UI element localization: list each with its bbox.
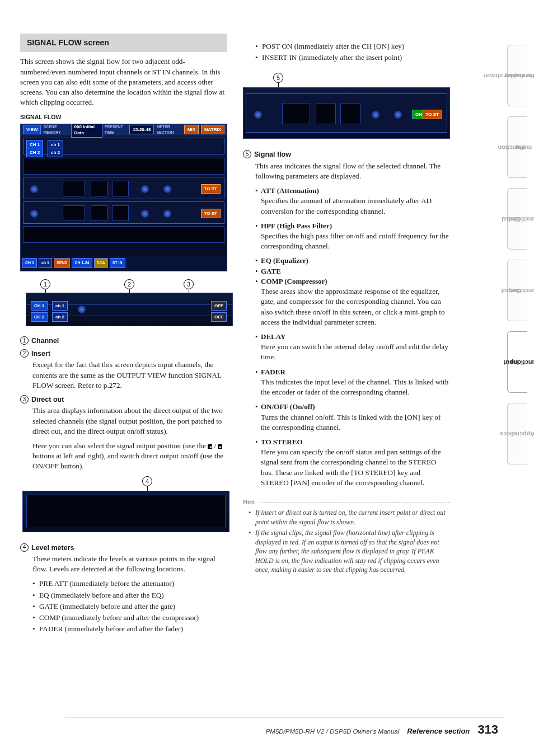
fig-time-label: PRESENT TIME bbox=[105, 124, 128, 135]
page-footer: PM5D/PM5D-RH V2 / DSP5D Owner's Manual R… bbox=[67, 722, 498, 737]
item-channel-label: Channel bbox=[31, 336, 59, 346]
page: SIGNAL FLOW screen This screen shows the… bbox=[0, 0, 534, 756]
tab-input[interactable]: Inputfunctions bbox=[507, 331, 527, 393]
lm-loc-3: COMP (immediately before and after the c… bbox=[32, 613, 227, 623]
item-direct-out-label: Direct out bbox=[31, 395, 64, 405]
param-fader-name: FADER bbox=[261, 368, 285, 376]
fig-scene-mem-label: SCENE MEMORY bbox=[43, 124, 68, 135]
callout-5: 5 bbox=[273, 73, 283, 83]
param-delay-body: Here you can switch the internal delay o… bbox=[255, 342, 450, 362]
strip-off-2: OFF bbox=[211, 312, 227, 322]
tab-info-l2: in the display bbox=[496, 72, 534, 79]
strip-ch2b: ch 2 bbox=[52, 312, 68, 322]
strip-ch1b: ch 1 bbox=[52, 301, 68, 311]
strip-off-1: OFF bbox=[211, 301, 227, 311]
fig-mix: MIX bbox=[184, 125, 199, 134]
item-level-meters-body: These meters indicate the levels at vari… bbox=[20, 554, 227, 574]
lm-loc-1: EQ (immediately before and after the EQ) bbox=[32, 590, 227, 600]
fig-bottom-stin: ST IN bbox=[110, 258, 125, 268]
param-onoff-name: ON/OFF (On/off) bbox=[261, 402, 315, 411]
param-fader: FADER This indicates the input level of … bbox=[243, 367, 450, 398]
bullet-num-3: 3 bbox=[20, 395, 29, 403]
fig-ch2b: ch 2 bbox=[48, 148, 63, 157]
bullet-num-5: 5 bbox=[243, 150, 251, 158]
strip-ch2: CH 2 bbox=[31, 312, 48, 322]
tab-output[interactable]: Outputfunctions bbox=[507, 260, 527, 321]
two-column-layout: SIGNAL FLOW screen This screen shows the… bbox=[20, 34, 514, 635]
tab-func-l2: menu bbox=[511, 144, 534, 151]
item-signal-flow-body: This area indicates the signal flow of t… bbox=[243, 161, 450, 181]
right-arrow-icon: ► bbox=[218, 444, 222, 449]
cont-loc-1: INSERT IN (immediately after the insert … bbox=[255, 53, 450, 63]
fig-bottom-send: SEND bbox=[54, 258, 70, 268]
fig-view-label: VIEW bbox=[23, 125, 41, 134]
param-hpf-name: HPF (High Pass Filter) bbox=[261, 222, 332, 230]
tab-output-l2: functions bbox=[510, 287, 534, 294]
item-insert: 2 Insert bbox=[20, 349, 227, 359]
callouts-5: 5 bbox=[243, 73, 450, 87]
item-level-meters-label: Level meters bbox=[31, 543, 74, 553]
direct-out-body-2b: / bbox=[212, 442, 218, 450]
item-channel: 1 Channel bbox=[20, 336, 227, 346]
item-direct-out: 3 Direct out bbox=[20, 395, 227, 405]
footer-rule bbox=[65, 717, 504, 717]
param-hpf: HPF (High Pass Filter) Specifies the hig… bbox=[243, 221, 450, 252]
callouts-4: 4 bbox=[20, 476, 227, 491]
tab-global[interactable]: Globalfunctions bbox=[507, 188, 527, 250]
tab-global-l2: functions bbox=[510, 215, 534, 222]
fig-scene: 000 Initial Data bbox=[71, 124, 102, 138]
tab-function-menu[interactable]: Functionmenu bbox=[507, 116, 527, 178]
param-eq-name: EQ (Equalizer) bbox=[261, 256, 308, 265]
footer-section: Reference section bbox=[407, 727, 470, 735]
item-signal-flow: 5 Signal flow bbox=[243, 150, 450, 159]
direct-out-body-2a: Here you can also select the signal outp… bbox=[32, 442, 208, 450]
param-comp: COMP (Compressor) These areas show the a… bbox=[243, 276, 450, 327]
footer-page-number: 313 bbox=[477, 722, 498, 737]
tab-info[interactable]: Information shownin the display bbox=[507, 45, 527, 106]
left-column: SIGNAL FLOW screen This screen shows the… bbox=[20, 34, 227, 635]
param-tostereo: TO STEREO Here you can specify the on/of… bbox=[243, 437, 450, 488]
tab-appendices[interactable]: Appendices bbox=[507, 403, 527, 464]
section-title: SIGNAL FLOW screen bbox=[20, 34, 227, 52]
intro-paragraph: This screen shows the signal flow for tw… bbox=[20, 57, 227, 107]
param-hpf-body: Specifies the high pass filter on/off an… bbox=[255, 231, 450, 251]
param-att-body: Specifies the amount of attenuation imme… bbox=[255, 196, 450, 216]
param-tostereo-name: TO STEREO bbox=[261, 438, 303, 446]
param-gate: GATE bbox=[243, 266, 450, 276]
callouts-1-2-3: 1 2 3 bbox=[20, 279, 227, 293]
footer-book: PM5D/PM5D-RH V2 / DSP5D Owner's Manual bbox=[266, 728, 400, 735]
fig-meter-label: METER SECTION bbox=[156, 124, 181, 135]
hint-1: If the signal clips, the signal flow (ho… bbox=[249, 528, 450, 575]
level-meter-locations: PRE ATT (immediately before the attenuat… bbox=[20, 579, 227, 634]
fig-ch2: CH 2 bbox=[26, 148, 43, 157]
param-delay: DELAY Here you can switch the internal d… bbox=[243, 332, 450, 363]
item-direct-out-body-2: Here you can also select the signal outp… bbox=[20, 441, 227, 472]
callout-1: 1 bbox=[40, 279, 50, 289]
fig-bottom-ch1: CH 1 bbox=[22, 258, 37, 268]
callout-4: 4 bbox=[142, 476, 152, 486]
figure-strip-channels: CH 1 ch 1 CH 2 ch 2 OFF OFF bbox=[26, 293, 233, 326]
param-comp-body: These areas show the approximate respons… bbox=[255, 287, 450, 327]
strip-ch1: CH 1 bbox=[31, 301, 48, 311]
param-att: ATT (Attenuation) Specifies the amount o… bbox=[243, 186, 450, 217]
right-column: POST ON (immediately after the CH [ON] k… bbox=[243, 34, 450, 635]
fig-matrix: MATRIX bbox=[201, 125, 224, 134]
param-fader-body: This indicates the input level of the ch… bbox=[255, 377, 450, 397]
bullet-num-4: 4 bbox=[20, 543, 29, 552]
hint-header: Hint bbox=[243, 492, 450, 506]
param-comp-name: COMP (Compressor) bbox=[261, 277, 327, 285]
cont-loc-0: POST ON (immediately after the CH [ON] k… bbox=[255, 41, 450, 51]
lm-loc-4: FADER (immediately before and after the … bbox=[32, 624, 227, 634]
callout-2: 2 bbox=[124, 279, 134, 289]
tab-input-l2: functions bbox=[510, 359, 534, 365]
param-tostereo-body: Here you can specify the on/off status a… bbox=[255, 447, 450, 488]
item-signal-flow-label: Signal flow bbox=[254, 150, 291, 159]
hint-0: If insert or direct out is turned on, th… bbox=[249, 508, 450, 527]
direct-out-body-2c: buttons at left and right), and switch d… bbox=[32, 452, 223, 470]
param-delay-name: DELAY bbox=[261, 332, 285, 341]
item-level-meters: 4 Level meters bbox=[20, 543, 227, 553]
bullet-num-1: 1 bbox=[20, 336, 29, 345]
item-insert-body: Except for the fact that this screen dep… bbox=[20, 360, 227, 391]
bullet-num-2: 2 bbox=[20, 349, 29, 358]
left-arrow-icon: ◄ bbox=[208, 444, 212, 449]
